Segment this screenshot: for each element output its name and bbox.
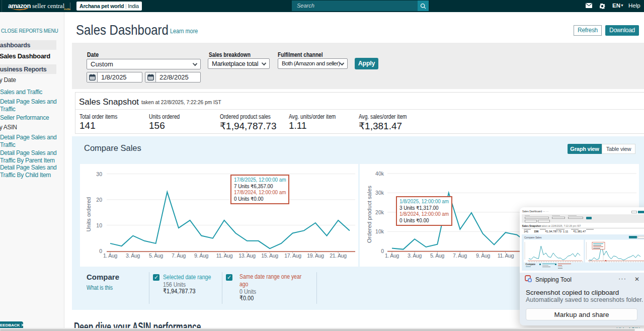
svg-text:11. Aug: 11. Aug	[216, 253, 233, 259]
svg-text:7. Aug: 7. Aug	[453, 253, 467, 259]
svg-text:20k: 20k	[375, 209, 384, 215]
svg-text:9. Aug: 9. Aug	[476, 253, 490, 259]
svg-text:10k: 10k	[375, 228, 384, 234]
svg-text:Units ordered: Units ordered	[86, 197, 92, 231]
svg-text:21. Aug: 21. Aug	[330, 253, 347, 259]
svg-text:15. Aug: 15. Aug	[261, 253, 278, 259]
svg-text:19. Aug: 19. Aug	[307, 253, 324, 259]
svg-text:10: 10	[96, 222, 102, 228]
svg-text:7. Aug: 7. Aug	[172, 253, 186, 259]
svg-text:30: 30	[96, 171, 102, 177]
svg-text:0: 0	[99, 248, 102, 254]
svg-text:Ordered product sales: Ordered product sales	[366, 186, 372, 243]
svg-text:5. Aug: 5. Aug	[149, 253, 163, 259]
svg-text:1. Aug: 1. Aug	[385, 253, 399, 259]
svg-text:40k: 40k	[375, 171, 384, 177]
svg-text:30k: 30k	[375, 190, 384, 196]
svg-text:9. Aug: 9. Aug	[194, 253, 208, 259]
svg-text:5. Aug: 5. Aug	[430, 253, 444, 259]
svg-text:3. Aug: 3. Aug	[408, 253, 422, 259]
svg-text:3. Aug: 3. Aug	[126, 253, 140, 259]
svg-text:0: 0	[381, 248, 384, 254]
svg-text:13. Aug: 13. Aug	[238, 253, 256, 259]
svg-text:17. Aug: 17. Aug	[284, 253, 301, 259]
svg-text:20: 20	[96, 197, 102, 203]
svg-text:1. Aug: 1. Aug	[103, 253, 117, 259]
svg-text:11. Aug: 11. Aug	[498, 253, 514, 259]
